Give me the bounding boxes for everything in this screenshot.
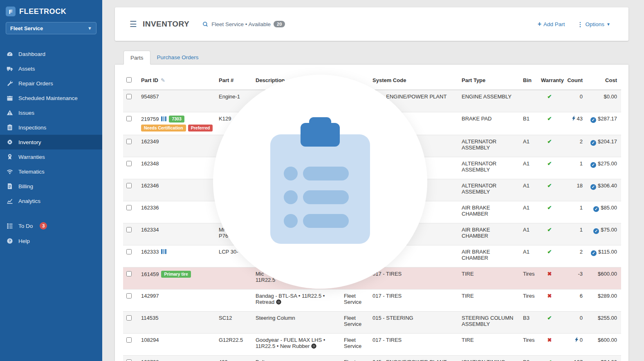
- cost-verified-icon: ✓: [590, 117, 596, 123]
- gear-icon: [7, 139, 13, 145]
- warranty-cell: ✔: [538, 355, 561, 361]
- sidebar-item-issues[interactable]: Issues: [0, 105, 102, 120]
- tab-parts[interactable]: Parts: [123, 51, 150, 65]
- count-value: 0: [580, 315, 583, 321]
- part-number-cell: 400: [215, 355, 252, 361]
- sidebar-item-label: Repair Orders: [18, 80, 53, 87]
- org-selector-value: Fleet Service: [10, 25, 43, 31]
- reorder-bolt-icon: [575, 337, 580, 343]
- add-part-button[interactable]: + Add Part: [538, 21, 565, 27]
- count-value: 18: [577, 183, 583, 189]
- available-count-badge: 20: [274, 21, 285, 27]
- part-type-cell: AIR BRAKE CHAMBER: [458, 201, 520, 223]
- table-row[interactable]: 114535SC12Steering ColumnFleet Service01…: [123, 311, 621, 333]
- warranty-check-icon: ✔: [548, 94, 552, 100]
- table-row[interactable]: 142997Bandag - BTL-SA • 11R22.5 • Retrea…: [123, 289, 621, 311]
- wrench-icon: [7, 80, 13, 87]
- clipboard-illustration-icon: [268, 117, 372, 246]
- row-checkbox[interactable]: [126, 139, 132, 144]
- count-cell: 1: [561, 157, 586, 179]
- tire-icon: [310, 343, 316, 349]
- tab-purchase-orders[interactable]: Purchase Orders: [150, 51, 205, 64]
- sidebar-item-assets[interactable]: Assets: [0, 61, 102, 76]
- row-checkbox[interactable]: [126, 94, 132, 99]
- row-checkbox[interactable]: [126, 183, 132, 188]
- warranty-cell: ✔: [538, 223, 561, 245]
- warranty-cell: ✔: [538, 90, 561, 112]
- row-checkbox[interactable]: [126, 116, 132, 121]
- cost-value: $600.00: [598, 271, 617, 277]
- tire-icon: [274, 299, 281, 305]
- part-type-cell: STEERING COLUMN ASSEMBLY: [458, 311, 520, 333]
- select-all-checkbox[interactable]: [126, 77, 132, 82]
- sidebar-item-warranties[interactable]: Warranties: [0, 149, 102, 164]
- menu-icon[interactable]: ☰: [130, 20, 137, 28]
- part-id-cell: 114535: [138, 311, 215, 333]
- stock-levels-icon[interactable]: [161, 116, 166, 121]
- edit-column-icon[interactable]: ✎: [161, 77, 165, 83]
- row-select-cell: [123, 157, 138, 179]
- sidebar-item-billing[interactable]: Billing: [0, 179, 102, 194]
- cost-value: $287.17: [598, 116, 617, 122]
- part-id-value: 219759: [141, 116, 159, 122]
- warranty-cell: ✔: [538, 135, 561, 157]
- warning-icon: [7, 109, 13, 116]
- sidebar-item-label: Scheduled Maintenance: [18, 95, 78, 101]
- row-select-cell: [123, 355, 138, 361]
- part-id-value: 162348: [141, 160, 159, 167]
- sidebar-item-label: Help: [18, 238, 30, 244]
- row-checkbox[interactable]: [126, 337, 132, 343]
- count-cell: 0: [561, 90, 586, 112]
- table-header-row: Part ID✎ Part # Description System Code …: [123, 73, 621, 90]
- cost-cell: ✓$275.00: [586, 157, 621, 179]
- count-cell: 2: [561, 245, 586, 267]
- sidebar-item-to-do[interactable]: To Do3: [0, 218, 102, 234]
- scope-filter[interactable]: Fleet Service • Available 20: [202, 21, 285, 27]
- sidebar-item-dashboard[interactable]: Dashboard: [0, 47, 102, 61]
- sidebar-item-label: To Do: [18, 223, 33, 229]
- table-row[interactable]: 108294G12R22.5Goodyear - FUEL MAX LHS • …: [123, 333, 621, 355]
- bin-cell: A1: [520, 157, 538, 179]
- vertical-dots-icon: ⋮: [577, 21, 583, 27]
- warranty-cell: ✔: [538, 112, 561, 135]
- sidebar-item-inventory[interactable]: Inventory: [0, 135, 102, 149]
- warranty-check-icon: ✔: [548, 315, 552, 321]
- org-selector[interactable]: Fleet Service ▼: [6, 22, 96, 34]
- row-select-cell: [123, 112, 138, 135]
- sidebar-nav-secondary: To Do3?Help: [0, 218, 102, 248]
- cost-verified-icon: ✓: [593, 228, 599, 234]
- bin-cell: Tires: [520, 289, 538, 311]
- warranty-check-icon: ✔: [548, 249, 552, 255]
- cost-cell: $289.00: [586, 289, 621, 311]
- row-checkbox[interactable]: [126, 205, 132, 210]
- row-checkbox[interactable]: [126, 271, 132, 276]
- sidebar-item-inspections[interactable]: Inspections: [0, 120, 102, 135]
- part-type-cell: TIRE: [458, 267, 520, 289]
- sidebar-item-repair-orders[interactable]: Repair Orders: [0, 76, 102, 91]
- row-checkbox[interactable]: [126, 249, 132, 254]
- cost-value: $600.00: [598, 337, 617, 343]
- reorder-bolt-icon: [572, 116, 577, 122]
- plus-icon: +: [538, 21, 541, 27]
- description-cell: Steering Column: [252, 311, 341, 333]
- table-row[interactable]: 102703400BeltFleet Service045 - ENGINE/P…: [123, 355, 621, 361]
- sidebar-item-label: Billing: [18, 183, 33, 189]
- row-checkbox[interactable]: [126, 293, 132, 299]
- part-id-value: 114535: [141, 315, 158, 321]
- svg-text:?: ?: [9, 238, 11, 243]
- sidebar-item-analytics[interactable]: Analytics: [0, 194, 102, 208]
- stock-levels-icon[interactable]: [161, 249, 166, 254]
- invoice-icon: [7, 183, 13, 189]
- sidebar-item-scheduled-maintenance[interactable]: Scheduled Maintenance: [0, 91, 102, 105]
- row-checkbox[interactable]: [126, 161, 132, 166]
- warranty-cell: ✔: [538, 201, 561, 223]
- options-button[interactable]: ⋮ Options ▼: [577, 21, 610, 27]
- warranty-check-icon: ✔: [548, 160, 552, 167]
- cost-verified-icon: ✓: [591, 250, 597, 256]
- sidebar-item-telematics[interactable]: Telematics: [0, 164, 102, 179]
- row-checkbox[interactable]: [126, 315, 132, 321]
- row-checkbox[interactable]: [126, 227, 132, 232]
- row-checkbox[interactable]: [126, 359, 132, 361]
- sidebar-item-help[interactable]: ?Help: [0, 234, 102, 248]
- row-select-cell: [123, 245, 138, 267]
